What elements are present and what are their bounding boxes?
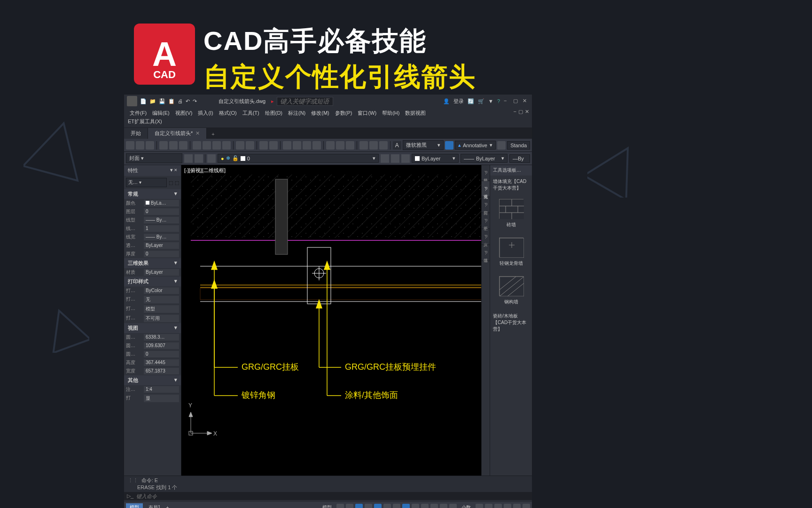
tb-text-icon[interactable]: A bbox=[393, 141, 401, 150]
lwt-icon[interactable] bbox=[412, 504, 419, 508]
menu-et-tools[interactable]: ET扩展工具(X) bbox=[128, 119, 162, 124]
prop-row-centery[interactable]: 圆…109.6307 bbox=[124, 341, 181, 350]
login-label[interactable]: 登录 bbox=[453, 98, 464, 105]
save-icon[interactable]: 💾 bbox=[159, 98, 165, 104]
prop-height-value[interactable]: 367.4445 bbox=[144, 359, 179, 366]
anno-monitor-icon[interactable] bbox=[485, 504, 492, 508]
menu-format[interactable]: 格式(O) bbox=[217, 109, 239, 117]
section-print[interactable]: 打印样式▾ bbox=[124, 277, 181, 286]
layout-tab[interactable]: 布局1 bbox=[145, 503, 164, 508]
color-dropdown[interactable]: ByLayer▾ bbox=[412, 154, 459, 163]
tb-cut-icon[interactable] bbox=[193, 141, 201, 150]
selection-cycling-icon[interactable] bbox=[430, 504, 438, 508]
status-model-label[interactable]: 模型 bbox=[320, 503, 335, 508]
prop-row-plotstyle[interactable]: 打…ByColor bbox=[124, 286, 181, 295]
palette-item-brick[interactable]: 砖墙 bbox=[490, 194, 532, 233]
tb-new-icon[interactable] bbox=[126, 141, 134, 150]
menu-help[interactable]: 帮助(H) bbox=[380, 109, 401, 117]
tb-sheet-icon[interactable] bbox=[359, 141, 368, 150]
doc-restore-button[interactable]: ▢ bbox=[518, 109, 523, 115]
lineweight-dropdown[interactable]: —By bbox=[509, 154, 530, 163]
prop-ps-value[interactable]: ByColor bbox=[144, 287, 179, 294]
section-other[interactable]: 其他▾ bbox=[124, 375, 181, 385]
vtab-bed[interactable]: P-床 bbox=[482, 229, 490, 245]
prop-layer-value[interactable]: 0 bbox=[144, 208, 179, 215]
prop-row-material[interactable]: 材质ByLayer bbox=[124, 268, 181, 277]
tb-print-icon[interactable] bbox=[159, 141, 168, 150]
menu-tools[interactable]: 工具(T) bbox=[241, 109, 261, 117]
tb-open-icon[interactable] bbox=[136, 141, 144, 150]
print-icon[interactable]: 🖨 bbox=[178, 98, 183, 104]
user-icon[interactable]: 👤 bbox=[443, 98, 450, 104]
workspace-icon[interactable] bbox=[476, 504, 483, 508]
prop-lineweight-value[interactable]: —— By… bbox=[144, 234, 179, 240]
menu-dimension[interactable]: 标注(N) bbox=[286, 109, 307, 117]
prop-color-value[interactable]: ByLa… bbox=[144, 200, 179, 206]
doc-close-button[interactable]: ✕ bbox=[525, 109, 529, 115]
prop-row-plotstyle4[interactable]: 打…不可用 bbox=[124, 314, 181, 323]
exchange-icon[interactable]: 🔄 bbox=[468, 98, 474, 104]
vtab-cabinet[interactable]: P-柜子 bbox=[482, 213, 490, 229]
prop-width-value[interactable]: 657.1873 bbox=[144, 368, 179, 374]
grid-icon[interactable] bbox=[336, 504, 344, 508]
prop-row-width[interactable]: 宽度657.1873 bbox=[124, 367, 181, 375]
prop-row-centerz[interactable]: 圆…0 bbox=[124, 350, 181, 358]
tb-annotative-icon[interactable] bbox=[445, 141, 453, 150]
tb-table-icon[interactable] bbox=[246, 141, 254, 150]
undo-icon[interactable]: ↶ bbox=[186, 98, 190, 104]
anno-icon[interactable] bbox=[449, 504, 457, 508]
prop-cy-value[interactable]: 109.6307 bbox=[144, 342, 179, 349]
app-icon[interactable]: ▼ bbox=[488, 98, 493, 104]
saveas-icon[interactable]: 📋 bbox=[168, 98, 175, 104]
current-layer-dropdown[interactable]: ● ❄ 🔓 0 ▾ bbox=[218, 154, 379, 163]
prop-linetype-value[interactable]: —— By… bbox=[144, 217, 179, 223]
3d-osnap-icon[interactable] bbox=[440, 504, 447, 508]
layer-filter-dropdown[interactable]: 封面 ▾ bbox=[126, 153, 182, 163]
prop-transparency-value[interactable]: ByLayer bbox=[144, 242, 179, 249]
maximize-button[interactable]: ▢ bbox=[513, 98, 520, 104]
section-view[interactable]: 视图▾ bbox=[124, 323, 181, 333]
tb-paste-icon[interactable] bbox=[212, 141, 221, 150]
menu-view[interactable]: 视图(V) bbox=[173, 109, 195, 117]
snap-icon[interactable] bbox=[346, 504, 353, 508]
prop-row-plotstyle3[interactable]: 打…模型 bbox=[124, 304, 181, 314]
layer-prev-icon[interactable] bbox=[401, 154, 410, 163]
layer-props-icon[interactable] bbox=[184, 154, 193, 163]
tab-current-doc[interactable]: 自定义引线箭头*✕ bbox=[148, 128, 207, 139]
tb-redo-icon[interactable] bbox=[269, 141, 278, 150]
tab-start[interactable]: 开始 bbox=[124, 128, 148, 139]
prop-row-linetype[interactable]: 线型—— By… bbox=[124, 216, 181, 224]
layout-add-button[interactable]: + bbox=[166, 505, 169, 508]
hardware-accel-icon[interactable] bbox=[504, 504, 511, 508]
prop-row-height[interactable]: 高度367.4445 bbox=[124, 358, 181, 367]
tb-toolpal-icon[interactable] bbox=[346, 141, 354, 150]
cart-icon[interactable]: 🛒 bbox=[478, 98, 484, 104]
prop-row-ucsicon[interactable]: 打显 bbox=[124, 394, 181, 403]
tb-zoom-icon[interactable] bbox=[293, 141, 301, 150]
tb-props-icon[interactable] bbox=[326, 141, 335, 150]
help-icon[interactable]: ? bbox=[497, 98, 500, 104]
prop-row-lineweight[interactable]: 线宽—— By… bbox=[124, 233, 181, 241]
selection-dropdown[interactable]: 无… ▾ bbox=[126, 178, 167, 187]
menu-insert[interactable]: 插入(I) bbox=[196, 109, 215, 117]
vtab-wall[interactable]: P-墙体 bbox=[482, 245, 490, 261]
prop-ps3-value[interactable]: 模型 bbox=[144, 305, 179, 313]
tab-close-icon[interactable]: ✕ bbox=[195, 130, 200, 136]
tb-save-icon[interactable] bbox=[146, 141, 154, 150]
tb-calc-icon[interactable] bbox=[369, 141, 378, 150]
prop-material-value[interactable]: ByLayer bbox=[144, 269, 179, 276]
tb-matchprop-icon[interactable] bbox=[222, 141, 231, 150]
tb-dsviewer-icon[interactable] bbox=[336, 141, 344, 150]
close-button[interactable]: ✕ bbox=[523, 98, 529, 104]
clean-screen-icon[interactable] bbox=[513, 504, 521, 508]
menu-window[interactable]: 窗口(W) bbox=[356, 109, 378, 117]
prop-ucs-value[interactable]: 显 bbox=[144, 395, 179, 402]
tb-zoomwin-icon[interactable] bbox=[303, 141, 311, 150]
cmd-handle-icon[interactable]: ⋮⋮ bbox=[128, 477, 138, 483]
units-label[interactable]: 小数 bbox=[459, 503, 474, 508]
font-dropdown[interactable]: 微软雅黑▾ bbox=[403, 140, 444, 150]
annotative-dropdown[interactable]: ▴Annotative▾ bbox=[455, 141, 496, 150]
prop-row-ltscale[interactable]: 线…1 bbox=[124, 224, 181, 233]
tb-preview-icon[interactable] bbox=[169, 141, 178, 150]
model-tab[interactable]: 模型 bbox=[126, 503, 143, 508]
